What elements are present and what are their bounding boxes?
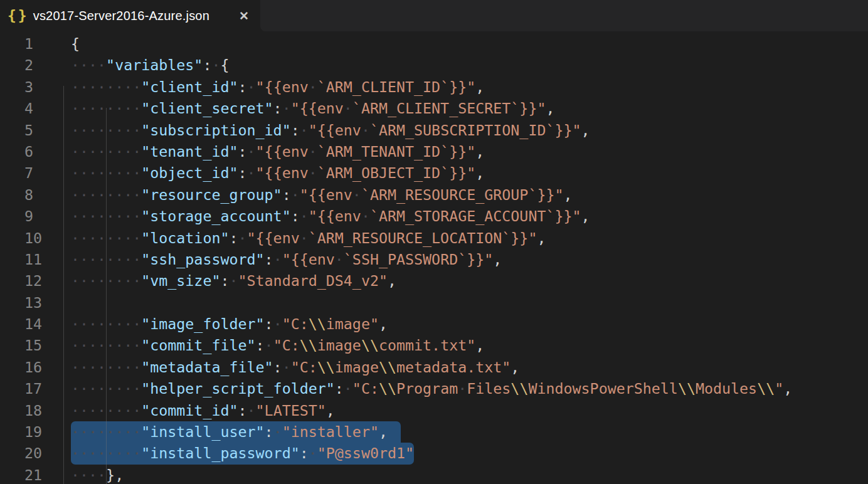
whitespace-dots: · — [361, 208, 370, 224]
code-line-text: ········"commit_id":·"LATEST", — [71, 400, 335, 421]
whitespace-dots: · — [291, 186, 300, 203]
whitespace-dots: · — [229, 272, 238, 289]
code-line-text: ········"install_user":·"installer", — [71, 421, 401, 443]
code-line[interactable]: 2····"variables":·{ — [0, 55, 868, 76]
whitespace-dots: · — [247, 78, 256, 95]
whitespace-dots: · — [273, 423, 282, 440]
code-line[interactable]: 17········"helper_script_folder":·"C:\\P… — [0, 378, 868, 399]
line-number[interactable]: 21 — [24, 465, 42, 484]
code-editor[interactable]: 1{2····"variables":·{3········"client_id… — [0, 31, 868, 484]
whitespace-dots: · — [247, 143, 256, 160]
code-line[interactable]: 1{ — [0, 33, 868, 55]
indent-guide — [63, 86, 64, 484]
code-line-text: ········"ssh_password":·"{{env·`SSH_PASS… — [71, 249, 502, 270]
tab-bar-empty-area — [260, 0, 868, 31]
json-file-icon: {} — [8, 8, 29, 24]
code-line[interactable]: 12········"vm_size":·"Standard_DS4_v2", — [0, 270, 868, 292]
whitespace-dots: · — [282, 359, 291, 376]
whitespace-dots: · — [309, 78, 317, 95]
code-line-text: ········"storage_account":·"{{env·`ARM_S… — [71, 206, 590, 227]
code-line-text: ········"metadata_file":·"C:\\image\\met… — [71, 357, 519, 378]
whitespace-dots: · — [300, 208, 309, 224]
code-line-text: ········"client_id":·"{{env·`ARM_CLIENT_… — [71, 76, 484, 98]
code-line-text: ········"subscription_id":·"{{env·`ARM_S… — [71, 120, 590, 141]
code-line[interactable]: 14········"image_folder":·"C:\\image", — [0, 313, 868, 335]
whitespace-dots: · — [247, 402, 256, 419]
whitespace-dots: · — [238, 229, 247, 246]
code-lines: 1{2····"variables":·{3········"client_id… — [0, 33, 868, 484]
whitespace-dots: · — [458, 380, 467, 397]
line-number[interactable]: 16 — [24, 357, 42, 378]
code-line-text: ········"commit_file":·"C:\\image\\commi… — [71, 335, 484, 356]
line-number[interactable]: 15 — [24, 335, 42, 356]
line-number[interactable]: 6 — [24, 141, 33, 162]
whitespace-dots: ···· — [71, 466, 106, 483]
code-line[interactable]: 15········"commit_file":·"C:\\image\\com… — [0, 335, 868, 356]
code-line[interactable]: 4········"client_secret":·"{{env·`ARM_CL… — [0, 98, 868, 119]
line-number[interactable]: 5 — [24, 120, 33, 141]
line-number[interactable]: 19 — [24, 421, 42, 443]
selection-highlight: ········"install_user":·"installer", — [71, 421, 401, 443]
code-line-text: ········"tenant_id":·"{{env·`ARM_TENANT_… — [71, 141, 484, 162]
close-tab-icon[interactable]: ✕ — [238, 9, 250, 23]
selection-highlight: ········"install_password":·"P@ssw0rd1" — [71, 443, 414, 464]
line-number[interactable]: 20 — [24, 443, 42, 464]
line-number[interactable]: 12 — [24, 270, 42, 292]
whitespace-dots: · — [273, 251, 282, 268]
code-line-text: ········"location":·"{{env·`ARM_RESOURCE… — [71, 228, 546, 249]
code-line-text: ········"resource_group":·"{{env·`ARM_RE… — [71, 184, 573, 206]
whitespace-dots: · — [211, 56, 220, 73]
line-number[interactable]: 11 — [24, 249, 42, 270]
code-line-text: ····}, — [71, 465, 124, 484]
line-number[interactable]: 7 — [24, 162, 33, 184]
code-line[interactable]: 5········"subscription_id":·"{{env·`ARM_… — [0, 120, 868, 141]
code-line[interactable]: 16········"metadata_file":·"C:\\image\\m… — [0, 357, 868, 378]
whitespace-dots: · — [300, 229, 309, 246]
code-line[interactable]: 20········"install_password":·"P@ssw0rd1… — [0, 443, 868, 464]
whitespace-dots: · — [344, 100, 352, 117]
indent-guide — [106, 108, 107, 484]
whitespace-dots: · — [309, 164, 317, 181]
whitespace-dots: ···· — [71, 56, 106, 73]
line-number[interactable]: 4 — [24, 98, 33, 119]
code-line-text: ········"helper_script_folder":·"C:\\Pro… — [71, 378, 792, 399]
code-line[interactable]: 9········"storage_account":·"{{env·`ARM_… — [0, 206, 868, 227]
whitespace-dots: · — [361, 122, 370, 139]
code-line[interactable]: 3········"client_id":·"{{env·`ARM_CLIENT… — [0, 76, 868, 98]
line-number[interactable]: 18 — [24, 400, 42, 421]
whitespace-dots: · — [273, 315, 282, 332]
code-line[interactable]: 10········"location":·"{{env·`ARM_RESOUR… — [0, 228, 868, 249]
whitespace-dots: · — [309, 143, 317, 160]
code-line-text: ········"client_secret":·"{{env·`ARM_CLI… — [71, 98, 554, 119]
line-number[interactable]: 10 — [24, 228, 42, 249]
line-number[interactable]: 17 — [24, 378, 42, 399]
tab-vs2017-server2016-azure-json[interactable]: {} vs2017-Server2016-Azure.json ✕ — [0, 0, 260, 31]
line-number[interactable]: 8 — [24, 184, 33, 206]
code-line[interactable]: 21····}, — [0, 465, 868, 484]
tab-title: vs2017-Server2016-Azure.json — [33, 9, 209, 23]
whitespace-dots: · — [247, 164, 256, 181]
line-number[interactable]: 3 — [24, 76, 33, 98]
line-number[interactable]: 2 — [24, 55, 33, 76]
code-line-text: ········"image_folder":·"C:\\image", — [71, 313, 388, 335]
code-line[interactable]: 7········"object_id":·"{{env·`ARM_OBJECT… — [0, 162, 868, 184]
code-line-text: ········"install_password":·"P@ssw0rd1" — [71, 443, 414, 464]
line-number[interactable]: 14 — [24, 313, 42, 335]
code-line-text: ········"vm_size":·"Standard_DS4_v2", — [71, 270, 396, 292]
code-line[interactable]: 19········"install_user":·"installer", — [0, 421, 868, 443]
whitespace-dots: · — [282, 100, 291, 117]
line-number[interactable]: 13 — [24, 292, 42, 313]
line-number[interactable]: 1 — [24, 33, 33, 55]
code-line[interactable]: 13 — [0, 292, 868, 313]
tab-bar: {} vs2017-Server2016-Azure.json ✕ — [0, 0, 868, 31]
whitespace-dots: · — [265, 337, 273, 354]
code-line[interactable]: 18········"commit_id":·"LATEST", — [0, 400, 868, 421]
code-line[interactable]: 6········"tenant_id":·"{{env·`ARM_TENANT… — [0, 141, 868, 162]
code-line-text: ········"object_id":·"{{env·`ARM_OBJECT_… — [71, 162, 484, 184]
line-number[interactable]: 9 — [24, 206, 33, 227]
whitespace-dots: · — [335, 251, 344, 268]
code-line[interactable]: 8········"resource_group":·"{{env·`ARM_R… — [0, 184, 868, 206]
code-line-text: ····"variables":·{ — [71, 55, 230, 76]
code-line[interactable]: 11········"ssh_password":·"{{env·`SSH_PA… — [0, 249, 868, 270]
whitespace-dots: · — [352, 186, 361, 203]
